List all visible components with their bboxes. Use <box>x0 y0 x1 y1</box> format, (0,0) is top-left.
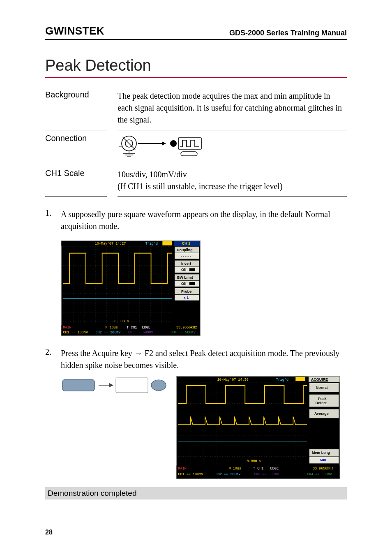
svg-rect-11 <box>178 138 201 149</box>
svg-marker-49 <box>109 383 113 387</box>
svg-rect-24 <box>175 281 199 287</box>
scope1-main-label: MAIN <box>63 326 71 330</box>
label-connection: Connection <box>45 130 107 165</box>
scope1-ch3v: CH3 == 500mV <box>128 331 153 335</box>
scope2-main-label: MAIN <box>178 467 187 471</box>
scope1-trig: Trig'd <box>145 242 158 246</box>
scope1-btn-invert[interactable]: Invert <box>181 261 191 266</box>
section-title: Peak Detection <box>45 57 347 78</box>
svg-rect-28 <box>63 247 172 323</box>
scope2-memleng-val: 500 <box>320 458 326 462</box>
scope-screenshot-2: 10-May'07 14:30 Trig'd ACQUIRE Normal Pe… <box>176 376 340 481</box>
bnc-to-generator-icon <box>118 134 212 157</box>
scope2-ch2v: CH2 == 200mV <box>216 472 241 476</box>
svg-rect-22 <box>189 268 195 271</box>
menu-box-icon <box>116 378 148 393</box>
scope1-time-marker: 0.000 s <box>114 319 129 324</box>
scope2-tch: T CH1 <box>253 467 263 471</box>
demo-completed-bar: Demonstration completed <box>45 487 347 500</box>
svg-marker-9 <box>162 141 166 146</box>
step-list: 1. A supposedly pure square waveform app… <box>45 208 347 500</box>
svg-rect-51 <box>295 377 305 381</box>
info-grid: Background The peak detection mode acqui… <box>45 87 347 197</box>
page-number: 28 <box>45 529 53 536</box>
scope1-ch1v: CH1 == 100mV <box>63 331 88 335</box>
label-background: Background <box>45 87 107 130</box>
scope1-btn-bwlimit[interactable]: BW Limit <box>177 275 193 280</box>
step-2: 2. Press the Acquire key → F2 and select… <box>45 347 347 371</box>
scope1-ch4v: CH4 == 500mV <box>171 331 196 335</box>
text-ch1scale: 10us/div, 100mV/div (If CH1 is still uns… <box>118 165 347 197</box>
scope1-probe-val: x 1 <box>184 296 189 300</box>
svg-rect-59 <box>178 382 307 464</box>
text-background: The peak detection mode acquires the max… <box>118 87 347 130</box>
svg-rect-25 <box>189 282 195 285</box>
scope2-btn-memleng[interactable]: Mem Leng <box>312 451 330 455</box>
scope1-btn-probe[interactable]: Probe <box>181 289 191 294</box>
scope2-ch3v: CH3 == 500mV <box>254 472 279 476</box>
scope2-btn-average[interactable]: Average <box>314 412 329 416</box>
scope2-ch4v: CH4 == 500mV <box>307 472 332 476</box>
scope1-ch1-header: CH 1 <box>182 241 190 245</box>
scope2-btn-peak-line1[interactable]: Peak <box>318 397 327 401</box>
scope1-edge: EDGE <box>142 326 150 330</box>
step-1-text: A supposedly pure square waveform appear… <box>61 208 347 232</box>
scope2-mtime: M 10us <box>229 467 241 471</box>
svg-rect-12 <box>181 152 197 156</box>
svg-line-2 <box>123 137 135 150</box>
scope1-coupling-val: - - - - - <box>181 254 191 258</box>
scope1-bwlimit-val: Off <box>181 282 187 286</box>
scope1-date: 10-May'07 14:27 <box>95 242 126 246</box>
scope2-btn-normal[interactable]: Normal <box>316 386 329 390</box>
svg-rect-21 <box>175 267 199 273</box>
scope2-date: 10-May'07 14:30 <box>217 378 249 382</box>
scope2-freq: 33.9656kHz <box>313 467 334 471</box>
scope1-btn-coupling[interactable]: Coupling <box>177 248 193 252</box>
connection-diagram <box>118 130 347 165</box>
f2-key-icon <box>151 380 166 391</box>
brand-logo: GWINSTEK <box>45 25 104 37</box>
scope2-trig: Trig'd <box>276 378 288 382</box>
scope2-btn-peak-line2[interactable]: Detect <box>316 401 327 405</box>
ch1scale-line1: 10us/div, 100mV/div <box>118 170 187 179</box>
scope1-invert-val: Off <box>181 268 187 272</box>
scope1-tch: T CH1 <box>127 326 137 330</box>
scope1-ch2v: CH2 == 200mV <box>96 331 121 335</box>
keypress-diagram <box>61 376 168 394</box>
step-1-num: 1. <box>45 208 54 232</box>
scope2-time-marker: 0.000 s <box>247 459 261 463</box>
page-header: GWINSTEK GDS-2000 Series Training Manual <box>45 25 347 40</box>
scope1-freq: 33.9656kHz <box>176 326 197 330</box>
scope-screenshot-1: 10-May'07 14:27 Trig'd CH 1 Coupling - -… <box>61 240 201 338</box>
scope2-acquire-header: ACQUIRE <box>311 377 328 382</box>
svg-rect-15 <box>162 241 172 245</box>
manual-title: GDS-2000 Series Training Manual <box>229 29 347 37</box>
ch1scale-line2: (If CH1 is still unstable, increase the … <box>118 182 283 191</box>
step-1: 1. A supposedly pure square waveform app… <box>45 208 347 232</box>
label-ch1scale: CH1 Scale <box>45 165 107 197</box>
scope2-edge: EDGE <box>270 467 279 471</box>
scope2-ch1v: CH1 == 100mV <box>178 472 204 476</box>
svg-point-10 <box>170 140 177 147</box>
scope1-mtime: M 10us <box>106 326 118 330</box>
step-2-text: Press the Acquire key → F2 and select Pe… <box>61 347 347 371</box>
step-2-num: 2. <box>45 347 54 371</box>
acquire-key-icon <box>62 379 95 391</box>
